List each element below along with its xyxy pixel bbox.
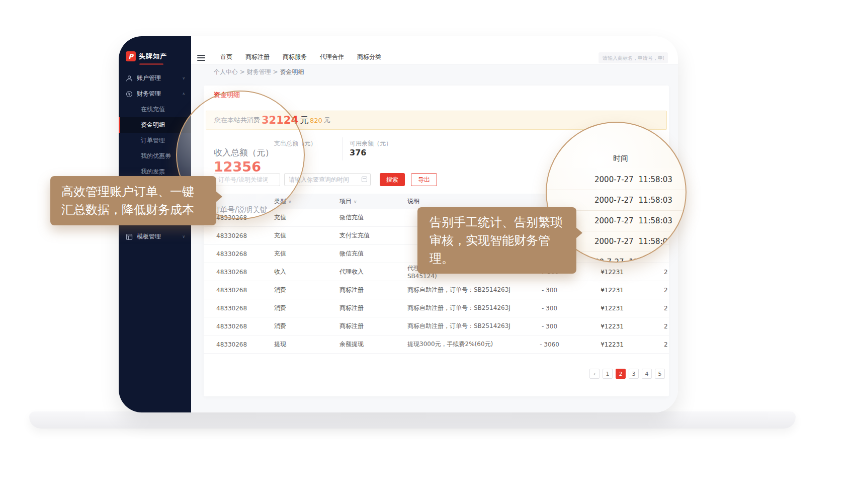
top-search[interactable] <box>599 52 668 63</box>
chevron-down-icon: ∨ <box>182 76 185 80</box>
sidebar-item-account[interactable]: 账户管理 ∨ <box>119 70 191 86</box>
calendar-icon <box>362 177 367 182</box>
banner-unit: 元 <box>300 114 309 126</box>
table-row: 48330268 消费 商标注册 商标自助注册，订单号：SB2514263J -… <box>204 281 669 299</box>
template-icon <box>126 233 133 240</box>
sidebar-item-finance[interactable]: 财务管理 ∧ <box>119 86 191 102</box>
top-navbar: 首页 商标注册 商标服务 代理合作 商标分类 <box>191 36 678 64</box>
laptop-base <box>29 411 796 429</box>
hamburger-icon[interactable] <box>197 55 205 62</box>
sort-icon: ∨ <box>354 199 357 204</box>
breadcrumb: 个人中心 > 财务管理 > 资金明细 <box>214 68 304 76</box>
export-button[interactable]: 导出 <box>411 173 437 186</box>
top-search-input[interactable] <box>603 55 664 61</box>
nav-trademark-register[interactable]: 商标注册 <box>245 53 270 61</box>
header-desc: 说明 <box>407 197 531 206</box>
logo-subtext <box>139 63 163 65</box>
nav-trademark-service[interactable]: 商标服务 <box>283 53 307 61</box>
nav-agent-coop[interactable]: 代理合作 <box>320 53 344 61</box>
pagination-page-4[interactable]: 4 <box>642 369 652 379</box>
chevron-up-icon: ∧ <box>182 92 185 96</box>
logo-icon: P <box>126 51 136 61</box>
pagination-page-5[interactable]: 5 <box>655 369 665 379</box>
sidebar-item-label: 财务管理 <box>137 90 161 98</box>
time-column-header: 时间 <box>547 154 686 163</box>
logo: P 头牌知产 <box>126 51 191 61</box>
nav-home[interactable]: 首页 <box>220 53 232 61</box>
breadcrumb-current: 资金明细 <box>280 68 304 75</box>
header-project[interactable]: 项目∨ <box>339 197 407 206</box>
pagination-prev[interactable]: ‹ <box>589 369 600 379</box>
pagination: ‹ 1 2 3 4 5 <box>589 369 665 379</box>
sidebar-item-label: 模板管理 <box>137 232 161 241</box>
page: P 头牌知产 账户管理 ∨ 财务管理 ∧ <box>0 0 853 504</box>
table-row: 48330268 消费 商标注册 商标自助注册，订单号：SB2514263J -… <box>204 317 669 335</box>
sidebar-item-label: 账户管理 <box>137 74 161 82</box>
sort-icon: ∨ <box>288 199 292 204</box>
table-row: 48330268 提现 余额提现 提现3000元，手续费2%(60元) - 30… <box>204 335 669 354</box>
search-button[interactable]: 搜索 <box>380 173 405 186</box>
magnified-keyword-placeholder: 订单号/说明关键 <box>212 205 268 215</box>
balance-label: 可用余额（元） <box>350 139 392 148</box>
banner-small-amount: 820 <box>310 117 322 124</box>
table-row: 48330268 消费 商标注册 商标自助注册，订单号：SB2514263J -… <box>204 299 669 317</box>
callout-right: 告别手工统计、告别繁琐审核，实现智能财务管理。 <box>417 207 576 274</box>
logo-title: 头牌知产 <box>139 52 167 61</box>
time-cell: 2000-7-27 11:58:03 <box>547 170 686 190</box>
top-nav: 首页 商标注册 商标服务 代理合作 商标分类 <box>220 53 381 61</box>
stats-divider <box>342 137 343 160</box>
callout-left: 高效管理账户订单、一键汇总数据，降低财务成本 <box>50 176 216 225</box>
pagination-page-1[interactable]: 1 <box>603 369 613 379</box>
sidebar-item-templates[interactable]: 模板管理 ∨ <box>119 229 191 244</box>
banner-small-unit: 元 <box>324 116 330 125</box>
nav-trademark-class[interactable]: 商标分类 <box>357 53 381 61</box>
sidebar-item-recharge[interactable]: 在线充值 <box>119 102 191 117</box>
pagination-page-3[interactable]: 3 <box>629 369 639 379</box>
balance-value: 376 <box>350 148 366 157</box>
finance-icon <box>126 91 133 98</box>
user-icon <box>126 75 133 82</box>
chevron-down-icon: ∨ <box>182 234 185 239</box>
pagination-page-2[interactable]: 2 <box>616 369 626 379</box>
